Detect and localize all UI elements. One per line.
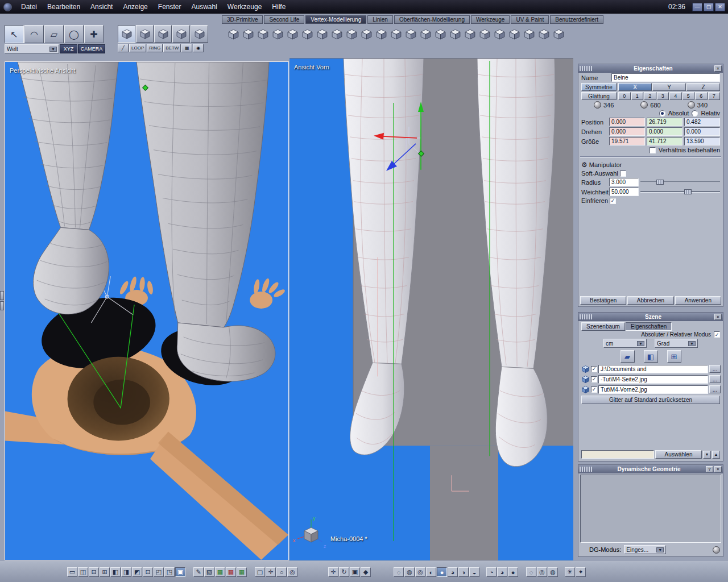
frame-select-icon[interactable]: ▢ [255,567,265,577]
vertex-mode-icon[interactable] [118,25,135,43]
circle-select-icon[interactable]: ◯ [64,25,84,43]
menu-item[interactable]: Datei [16,1,42,13]
freeze-checkbox[interactable] [610,198,616,204]
close-hole-tool-icon[interactable] [404,26,418,42]
layout-three-left-icon[interactable]: ◰ [154,567,164,577]
edge-mode-icon[interactable] [136,25,154,43]
slider-thumb[interactable] [656,180,664,185]
grow-selection-icon[interactable]: ▦ [181,44,192,52]
angle-dropdown[interactable]: Grad ▼ [655,339,698,348]
smoothing-button[interactable]: Glättung [581,92,617,100]
extrude-face-tool-icon[interactable] [256,26,270,42]
close-icon[interactable]: ✕ [714,314,722,320]
close-icon[interactable]: ✕ [714,65,722,72]
flat-wire-display-icon[interactable]: ◐ [426,567,436,577]
workspace-tab[interactable]: Vertex-Modellierung [305,15,366,24]
properties-titlebar[interactable]: Eigenschaften ✕ [578,64,723,73]
soft-select-checkbox[interactable] [620,171,626,177]
splitter-handle[interactable] [0,291,4,300]
extract-tool-icon[interactable] [241,26,255,42]
browse-button[interactable]: ... [709,375,721,383]
rotate-manipulator-icon[interactable]: ↻ [339,567,349,577]
smoothing-level-button[interactable]: 6 [695,92,708,100]
select-arrow-icon[interactable]: ↖ [5,25,24,43]
cancel-button[interactable]: Abbrechen [627,296,673,305]
symmetry-axis-button[interactable]: Z [686,83,720,91]
smoothing-level-button[interactable]: 0 [618,92,631,100]
grid-yz-icon[interactable]: ▦ [237,567,247,577]
calculator-icon[interactable]: ⊞ [667,350,681,363]
light-icon[interactable]: ☀ [565,567,575,577]
symmetry-axis-button[interactable]: X [618,83,652,91]
snap-manipulator-icon[interactable]: ◆ [361,567,371,577]
layer-visible-checkbox[interactable] [591,386,597,393]
layout-three-right-icon[interactable]: ◳ [164,567,175,577]
layout-split-v-icon[interactable]: ◫ [78,567,88,577]
world-dropdown[interactable]: Welt ▼ [5,44,59,53]
dissolve-tool-icon[interactable] [345,26,359,42]
unit-dropdown[interactable]: cm ▼ [603,339,647,348]
layer-path-input[interactable]: -Tut\M4-Seite2.jpg [598,375,708,384]
copy-symmetry-tool-icon[interactable] [433,26,448,42]
hidden-line-display-icon[interactable]: ◍ [404,567,415,577]
rotation-y-input[interactable]: 0.000 [647,127,682,136]
name-input[interactable]: Beine [611,73,720,82]
zoom-view-icon[interactable]: ○ [276,567,287,577]
select-button[interactable]: Auswählen [655,450,702,459]
add-select-icon[interactable]: ✚ [84,25,104,43]
weld-points-tool-icon[interactable] [359,26,374,42]
layout-quad-icon[interactable]: ⊞ [100,567,110,577]
wire-hidden-icon[interactable]: ◍ [548,567,558,577]
workspace-tab[interactable]: 3D-Primitive [222,15,263,24]
browse-button[interactable]: ... [709,365,721,373]
translate-manipulator-icon[interactable]: ✛ [328,567,338,577]
workspace-tab[interactable]: Linien [367,15,393,24]
menu-item[interactable]: Anzeige [118,1,152,13]
workspace-tab[interactable]: Werkzeuge [471,15,510,24]
softness-slider[interactable] [640,189,720,194]
spin-up-icon[interactable]: ▲ [712,451,720,459]
shade-selection-icon[interactable]: ◔ [486,567,497,577]
add-point-tool-icon[interactable] [522,26,536,42]
rotation-z-input[interactable]: 0.000 [684,127,720,136]
confirm-button[interactable]: Bestätigen [580,296,626,305]
dynamic-geometry-titlebar[interactable]: Dynamische Geometrie ? ✕ [578,465,723,473]
size-x-input[interactable]: 19.571 [609,137,645,146]
workspace-tab[interactable]: Second Life [264,15,304,24]
menu-item[interactable]: Auswahl [186,1,222,13]
between-button[interactable]: BETW [163,44,181,52]
render-icon[interactable]: ✦ [576,567,586,577]
symmetry-tool-icon[interactable] [419,26,433,42]
scene-titlebar[interactable]: Szene ✕ [578,313,723,321]
ring-button[interactable]: RING [147,44,163,52]
textured-wire-display-icon[interactable]: ◒ [469,567,479,577]
browse-button[interactable]: ... [709,385,721,393]
layout-center-icon[interactable]: ⊡ [143,567,153,577]
wire-shaded-icon[interactable]: ◎ [537,567,547,577]
minimize-button[interactable]: — [692,3,702,11]
relative-radio[interactable] [692,110,698,117]
smoothing-level-button[interactable]: 4 [669,92,682,100]
xyz-button[interactable]: XYZ [60,44,77,53]
edge-loop-icon[interactable]: ╱ [118,44,129,52]
smoothing-level-button[interactable]: 3 [657,92,669,100]
smoothing-level-button[interactable]: 5 [682,92,695,100]
center-view-icon[interactable]: ◎ [287,567,297,577]
flip-normal-tool-icon[interactable] [537,26,551,42]
reset-grid-button[interactable]: Gitter auf Standard zurücksetzen [581,396,720,404]
layer-cube-icon[interactable] [581,385,590,394]
shrink-selection-icon[interactable]: ◉ [193,44,204,52]
menu-item[interactable]: Hilfe [267,1,291,13]
shade-scene-icon[interactable]: ● [508,567,518,577]
face-mode-icon[interactable] [154,25,172,43]
bridge-tool-icon[interactable] [389,26,403,42]
texture-grid-icon[interactable]: ▧ [204,567,214,577]
position-x-input[interactable]: 0.000 [609,118,645,126]
position-y-input[interactable]: 26.719 [647,118,682,126]
layout-split-h-icon[interactable]: ⊟ [89,567,99,577]
menu-item[interactable]: Fenster [153,1,187,13]
pan-view-icon[interactable]: ✛ [266,567,276,577]
slider-thumb[interactable] [684,189,692,194]
workspace-tab[interactable]: Oberflächen-Modellierung [394,15,470,24]
curve-select-icon[interactable]: ◠ [24,25,44,43]
